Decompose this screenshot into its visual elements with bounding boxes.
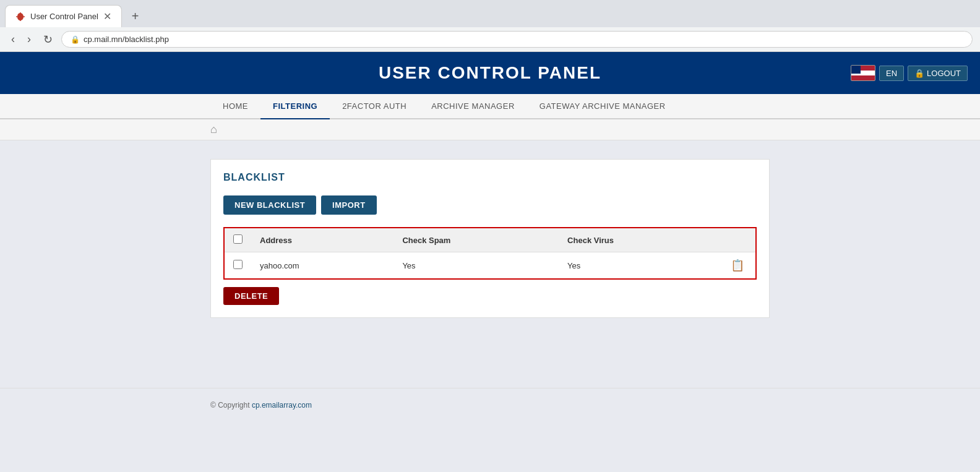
breadcrumb-bar: ⌂: [0, 119, 980, 140]
lock-icon: 🔒: [914, 69, 924, 78]
content-area: BLACKLIST NEW BLACKLIST IMPORT Address C…: [0, 140, 980, 388]
app-header: USER CONTROL PANEL EN 🔒 LOGOUT: [0, 52, 980, 94]
nav-item-archive[interactable]: ARCHIVE MANAGER: [419, 94, 527, 119]
footer: © Copyright cp.emailarray.com: [0, 388, 980, 422]
import-button[interactable]: IMPORT: [321, 195, 377, 215]
url-text: cp.mail.mn/blacklist.php: [84, 35, 963, 44]
header-checkbox-col: [224, 228, 251, 252]
url-bar[interactable]: 🔒 cp.mail.mn/blacklist.php: [61, 31, 973, 48]
table-row: yahoo.com Yes Yes 📋: [224, 252, 756, 280]
main-nav: HOME FILTERING 2FACTOR AUTH ARCHIVE MANA…: [0, 94, 980, 119]
edit-icon[interactable]: 📋: [731, 259, 744, 272]
action-buttons: NEW BLACKLIST IMPORT: [223, 195, 757, 215]
nav-item-2factor[interactable]: 2FACTOR AUTH: [330, 94, 419, 119]
row-check-spam: Yes: [393, 252, 559, 280]
logout-label: LOGOUT: [927, 69, 961, 78]
blacklist-panel: BLACKLIST NEW BLACKLIST IMPORT Address C…: [210, 159, 770, 318]
row-action-col: 📋: [719, 252, 756, 280]
nav-item-gateway-archive[interactable]: GATEWAY ARCHIVE MANAGER: [527, 94, 678, 119]
home-icon[interactable]: ⌂: [210, 123, 217, 135]
row-check-virus: Yes: [559, 252, 719, 280]
header-check-spam: Check Spam: [393, 228, 559, 252]
reload-button[interactable]: ↻: [40, 32, 56, 48]
address-bar: ‹ › ↻ 🔒 cp.mail.mn/blacklist.php: [0, 27, 980, 51]
browser-chrome: User Control Panel ✕ + ‹ › ↻ 🔒 cp.mail.m…: [0, 0, 980, 52]
header-check-virus: Check Virus: [559, 228, 719, 252]
language-button[interactable]: EN: [879, 66, 904, 81]
header-address: Address: [251, 228, 393, 252]
lock-icon: 🔒: [71, 35, 80, 44]
row-checkbox-col: [224, 252, 251, 280]
row-checkbox[interactable]: [233, 260, 243, 269]
header-action: [719, 228, 756, 252]
tab-bar: User Control Panel ✕ +: [0, 0, 980, 27]
flag-button[interactable]: [851, 65, 875, 81]
panel-title: BLACKLIST: [223, 172, 757, 183]
delete-button[interactable]: DELETE: [223, 287, 279, 305]
nav-item-filtering[interactable]: FILTERING: [260, 94, 330, 119]
page-title: USER CONTROL PANEL: [379, 63, 601, 83]
select-all-checkbox[interactable]: [233, 234, 243, 244]
tab-favicon: [15, 12, 25, 22]
copyright-text: © Copyright: [210, 401, 252, 410]
tab-close-icon[interactable]: ✕: [103, 11, 111, 22]
copyright-link[interactable]: cp.emailarray.com: [252, 401, 312, 410]
logout-button[interactable]: 🔒 LOGOUT: [908, 66, 968, 81]
forward-button[interactable]: ›: [24, 32, 35, 47]
new-tab-button[interactable]: +: [127, 7, 144, 26]
header-actions: EN 🔒 LOGOUT: [851, 65, 968, 81]
browser-tab[interactable]: User Control Panel ✕: [5, 5, 122, 27]
table-header-row: Address Check Spam Check Virus: [224, 228, 756, 252]
nav-item-home[interactable]: HOME: [210, 94, 260, 119]
row-address: yahoo.com: [251, 252, 393, 280]
blacklist-table: Address Check Spam Check Virus yahoo.com…: [223, 227, 757, 280]
new-blacklist-button[interactable]: NEW BLACKLIST: [223, 195, 316, 215]
back-button[interactable]: ‹: [7, 32, 19, 47]
tab-title: User Control Panel: [30, 12, 98, 21]
